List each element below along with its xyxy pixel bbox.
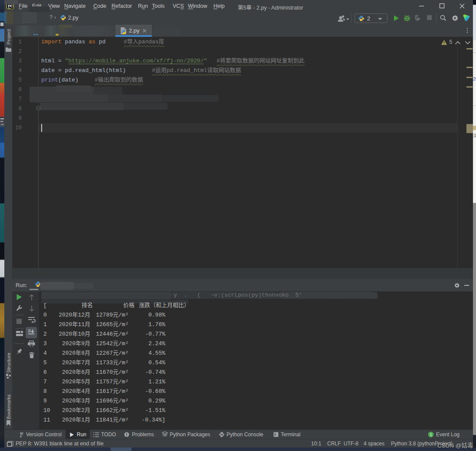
svg-text:1: 1 [430, 432, 432, 437]
